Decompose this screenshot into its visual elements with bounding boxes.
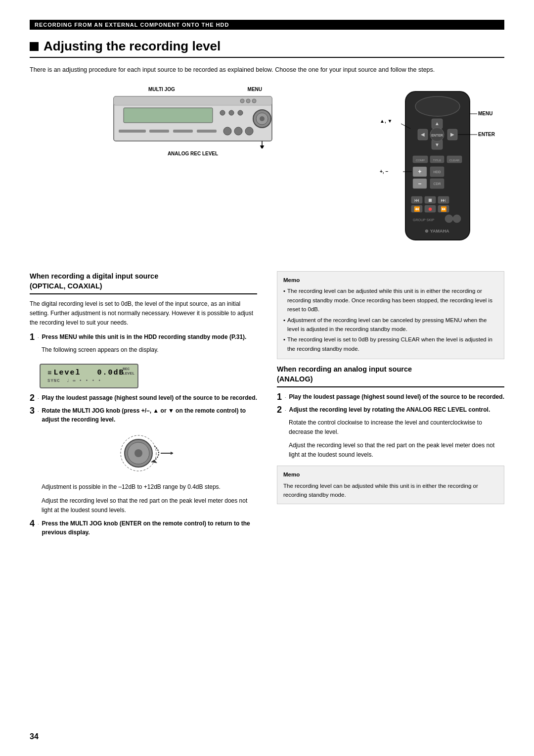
svg-text:CDR: CDR: [433, 182, 441, 186]
step1-num: 1: [30, 332, 35, 341]
memo-item-3-text: The recording level is set to 0dB by pre…: [287, 335, 498, 353]
svg-text:⏩: ⏩: [441, 206, 447, 212]
device-menu-label: MENU: [248, 87, 262, 92]
svg-text:CLEAR: CLEAR: [449, 159, 460, 162]
svg-point-60: [453, 215, 461, 223]
memo-item-3: • The recording level is set to 0dB by p…: [283, 335, 498, 353]
lcd-text: Level 0.0dB: [53, 369, 124, 377]
lcd-rec-label: RECLEVEL: [123, 367, 134, 376]
svg-rect-11: [173, 130, 193, 133]
svg-point-15: [245, 127, 253, 135]
svg-text:–: –: [418, 180, 422, 187]
svg-rect-5: [124, 108, 213, 123]
svg-point-18: [260, 116, 265, 121]
svg-point-13: [223, 127, 231, 135]
memo-item-2-text: Adjustment of the recording level can be…: [287, 316, 498, 334]
memo-bottom-text: The recording level can be adjusted whil…: [283, 483, 478, 498]
memo-item-1-text: The recording level can be adjusted whil…: [287, 286, 498, 314]
svg-text:⏭: ⏭: [441, 197, 446, 203]
title-square-icon: [30, 42, 39, 51]
svg-rect-9: [119, 130, 146, 133]
svg-text:⊛ YAMAHA: ⊛ YAMAHA: [425, 229, 449, 234]
diagrams-section: MULTI JOG MENU: [30, 87, 504, 256]
knob-svg: [114, 431, 173, 475]
analog-step1-text: Play the loudest passage (highest sound …: [289, 392, 504, 401]
remote-diagram: ▲ ▼ ◀ ▶ ENTER COMP TITLE CLEAR: [376, 87, 504, 256]
svg-point-21: [415, 96, 460, 116]
control-note1: Rotate the control clockwise to increase…: [289, 418, 504, 437]
svg-text:⏺: ⏺: [428, 206, 433, 212]
analog-rec-level-label: ANALOG REC LEVEL: [168, 151, 218, 156]
svg-text:HDD: HDD: [433, 170, 441, 174]
svg-point-59: [445, 215, 453, 223]
svg-rect-12: [197, 130, 217, 133]
analog-step1-num: 1: [277, 392, 282, 401]
svg-text:ENTER: ENTER: [431, 134, 443, 137]
svg-text:▶: ▶: [450, 132, 454, 137]
analog-heading-line1: When recording an analog input source: [277, 365, 412, 373]
memo-right: Memo • The recording level can be adjust…: [277, 271, 504, 359]
main-content: When recording a digital input source (O…: [30, 271, 504, 541]
svg-text:▼: ▼: [435, 142, 440, 147]
page-title-container: Adjusting the recording level: [30, 39, 504, 58]
step3-text: Rotate the MULTI JOG knob (press +/–, ▲ …: [42, 406, 257, 424]
step3-num: 3: [30, 406, 35, 424]
step4-num: 4: [30, 519, 35, 537]
svg-point-3: [246, 99, 250, 103]
lcd-icon: ≡: [47, 369, 51, 377]
step2-num: 2: [30, 393, 35, 402]
step2-text: Play the loudest passage (highest sound …: [42, 393, 257, 402]
adjustment-note2: Adjust the recording level so that the r…: [42, 496, 257, 515]
svg-text:GROUP SKIP: GROUP SKIP: [413, 218, 435, 222]
intro-text: There is an adjusting procedure for each…: [30, 65, 504, 75]
analog-section: Memo • The recording level can be adjust…: [277, 271, 504, 541]
banner-text: RECORDING FROM AN EXTERNAL COMPONENT ONT…: [35, 22, 229, 28]
svg-text:⏹: ⏹: [428, 197, 433, 203]
multi-jog-label: MULTI JOG: [148, 87, 175, 92]
digital-step2: 2 . Play the loudest passage (highest so…: [30, 393, 257, 402]
memo-bottom: Memo The recording level can be adjusted…: [277, 466, 504, 504]
svg-text:◀: ◀: [421, 132, 425, 137]
analog-heading-line2: (ANALOG): [277, 375, 313, 383]
svg-text:ENTER: ENTER: [478, 132, 495, 137]
svg-text:MENU: MENU: [478, 111, 492, 116]
svg-point-8: [238, 110, 243, 115]
svg-point-6: [220, 110, 225, 115]
digital-step4: 4 . Press the MULTI JOG knob (ENTER on t…: [30, 519, 257, 537]
device-illustration: [109, 94, 277, 148]
lcd-display: RECLEVEL ≡ Level 0.0dB SYNC ♩ ∞ • • • •: [40, 364, 138, 388]
svg-marker-74: [151, 460, 157, 463]
device-diagram: MULTI JOG MENU: [30, 87, 356, 256]
page-title: Adjusting the recording level: [44, 39, 221, 54]
top-banner: RECORDING FROM AN EXTERNAL COMPONENT ONT…: [30, 20, 504, 30]
digital-body: The digital recording level is set to 0d…: [30, 299, 257, 328]
digital-heading: When recording a digital input source (O…: [30, 271, 257, 294]
control-note2: Adjust the recording level so that the r…: [289, 441, 504, 460]
digital-heading-line2: (OPTICAL, COAXIAL): [30, 282, 102, 290]
analog-step2-num: 2: [277, 405, 282, 414]
svg-point-2: [240, 99, 244, 103]
step1-text: Press MENU while this unit is in the HDD…: [42, 332, 257, 341]
lcd-top-row: ≡ Level 0.0dB: [47, 369, 131, 377]
digital-heading-line1: When recording a digital input source: [30, 272, 158, 280]
analog-step1: 1 . Play the loudest passage (highest so…: [277, 392, 504, 401]
remote-illustration: ▲ ▼ ◀ ▶ ENTER COMP TITLE CLEAR: [376, 87, 504, 255]
knob-area: [30, 431, 257, 475]
svg-point-73: [134, 449, 142, 457]
svg-text:TITLE: TITLE: [433, 159, 441, 162]
digital-step3: 3 . Rotate the MULTI JOG knob (press +/–…: [30, 406, 257, 424]
memo-right-title: Memo: [283, 276, 498, 284]
svg-point-4: [252, 99, 256, 103]
svg-marker-76: [171, 452, 173, 455]
memo-bottom-title: Memo: [283, 470, 498, 479]
svg-point-7: [229, 110, 234, 115]
svg-text:+: +: [418, 168, 421, 175]
analog-step2: 2 . Adjust the recording level by rotati…: [277, 405, 504, 414]
svg-text:⏮: ⏮: [414, 197, 419, 203]
step4-text: Press the MULTI JOG knob (ENTER on the r…: [42, 519, 257, 537]
analog-step2-text: Adjust the recording level by rotating t…: [289, 405, 504, 414]
svg-text:⏪: ⏪: [414, 206, 420, 212]
memo-item-1: • The recording level can be adjusted wh…: [283, 286, 498, 314]
lcd-bottom-row: SYNC ♩ ∞ • • • •: [47, 378, 131, 383]
svg-text:▲: ▲: [435, 121, 440, 126]
